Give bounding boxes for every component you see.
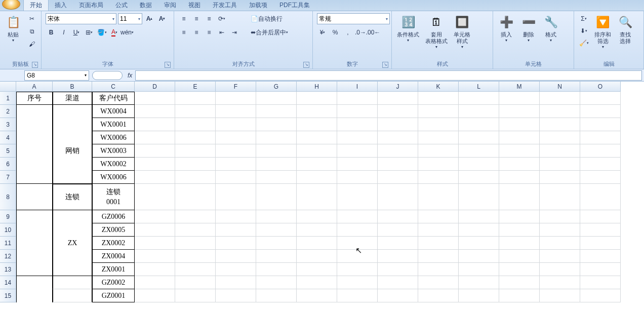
cell-E8[interactable] — [175, 184, 216, 210]
cell-M7[interactable] — [499, 171, 540, 184]
wrap-text-button[interactable]: 📄 自动换行 — [248, 13, 285, 24]
cell-N14[interactable] — [540, 276, 580, 289]
insert-cells-button[interactable]: ➕插入▾ — [495, 12, 517, 45]
cell-I5[interactable] — [337, 144, 378, 158]
number-format-combo[interactable]: 常规▾ — [317, 13, 390, 24]
cell-F12[interactable] — [216, 250, 256, 263]
cell-L11[interactable] — [459, 237, 499, 250]
cell-J4[interactable] — [378, 131, 418, 144]
cell-G1[interactable] — [256, 92, 297, 105]
cell-C13[interactable]: ZX0001 — [92, 263, 135, 276]
cell-I15[interactable] — [337, 289, 378, 302]
cell-G5[interactable] — [256, 144, 297, 158]
cell-O6[interactable] — [580, 158, 621, 171]
cell-N7[interactable] — [540, 171, 580, 184]
cell-N13[interactable] — [540, 263, 580, 276]
cell-J12[interactable] — [378, 250, 418, 263]
cell-A10[interactable] — [16, 223, 53, 237]
cell-O9[interactable] — [580, 210, 621, 223]
cell-J14[interactable] — [378, 276, 418, 289]
cell-F13[interactable] — [216, 263, 256, 276]
cell-F15[interactable] — [216, 289, 256, 302]
cell-E12[interactable] — [175, 250, 216, 263]
fill-button[interactable]: ⬇▾ — [578, 25, 589, 36]
cell-O13[interactable] — [580, 263, 621, 276]
cell-J8[interactable] — [378, 184, 418, 210]
cell-D8[interactable] — [135, 184, 175, 210]
merge-center-button[interactable]: ⬌ 合并后居中 ▾ — [248, 27, 291, 38]
row-header-2[interactable]: 2 — [0, 105, 16, 118]
cell-C1[interactable]: 客户代码 — [92, 92, 135, 105]
find-select-button[interactable]: 🔍查找 选择 — [614, 12, 636, 47]
sort-filter-button[interactable]: 🔽排序和 筛选▾ — [591, 12, 614, 51]
cell-N4[interactable] — [540, 131, 580, 144]
font-launcher[interactable]: ↘ — [165, 62, 171, 68]
cell-D2[interactable] — [135, 105, 175, 118]
comma-button[interactable]: , — [342, 27, 353, 38]
cell-D11[interactable] — [135, 237, 175, 250]
col-header-N[interactable]: N — [540, 82, 580, 92]
cell-E9[interactable] — [175, 210, 216, 223]
tab-dev[interactable]: 开发工具 — [207, 0, 243, 11]
cell-M14[interactable] — [499, 276, 540, 289]
cell-F5[interactable] — [216, 144, 256, 158]
cell-C6[interactable]: WX0002 — [92, 158, 135, 171]
cell-G14[interactable] — [256, 276, 297, 289]
fill-color-button[interactable]: 🪣▾ — [96, 27, 107, 38]
cell-E5[interactable] — [175, 144, 216, 158]
cell-I12[interactable] — [337, 250, 378, 263]
cell-N8[interactable] — [540, 184, 580, 210]
copy-button[interactable]: ⧉ — [26, 26, 37, 37]
col-header-A[interactable]: A — [16, 82, 53, 92]
col-header-M[interactable]: M — [499, 82, 540, 92]
cell-A4[interactable] — [16, 131, 53, 144]
autosum-button[interactable]: Σ▾ — [578, 13, 589, 24]
cell-I8[interactable] — [337, 184, 378, 210]
cell-B8[interactable]: 连锁 — [53, 184, 92, 210]
cell-H14[interactable] — [297, 276, 337, 289]
cell-F1[interactable] — [216, 92, 256, 105]
cell-D4[interactable] — [135, 131, 175, 144]
cell-C4[interactable]: WX0006 — [92, 131, 135, 144]
cell-O3[interactable] — [580, 118, 621, 131]
cell-E15[interactable] — [175, 289, 216, 302]
cell-I7[interactable] — [337, 171, 378, 184]
align-bottom-button[interactable]: ≡ — [204, 13, 215, 24]
formula-bar[interactable] — [135, 70, 642, 81]
cell-D7[interactable] — [135, 171, 175, 184]
row-header-4[interactable]: 4 — [0, 131, 16, 144]
percent-button[interactable]: % — [330, 27, 341, 38]
cond-format-button[interactable]: 🔢条件格式▾ — [394, 12, 422, 45]
cell-M12[interactable] — [499, 250, 540, 263]
cell-F9[interactable] — [216, 210, 256, 223]
cell-C8[interactable]: 连锁0001 — [92, 184, 135, 210]
cell-N15[interactable] — [540, 289, 580, 302]
cell-O7[interactable] — [580, 171, 621, 184]
cell-N5[interactable] — [540, 144, 580, 158]
orientation-button[interactable]: ⟳▾ — [216, 13, 227, 24]
cell-F2[interactable] — [216, 105, 256, 118]
cell-F8[interactable] — [216, 184, 256, 210]
cell-F6[interactable] — [216, 158, 256, 171]
cell-E2[interactable] — [175, 105, 216, 118]
cell-A12[interactable] — [16, 250, 53, 263]
cell-I2[interactable] — [337, 105, 378, 118]
clipboard-launcher[interactable]: ↘ — [32, 62, 38, 68]
indent-decrease-button[interactable]: ⇤ — [216, 27, 227, 38]
decrease-decimal-button[interactable]: .00← — [368, 27, 379, 38]
indent-increase-button[interactable]: ⇥ — [229, 27, 240, 38]
cell-F10[interactable] — [216, 223, 256, 237]
cut-button[interactable]: ✂ — [26, 13, 37, 24]
cell-B12[interactable] — [53, 250, 92, 263]
cell-H13[interactable] — [297, 263, 337, 276]
cell-K2[interactable] — [418, 105, 459, 118]
cell-J1[interactable] — [378, 92, 418, 105]
cell-K12[interactable] — [418, 250, 459, 263]
cell-H4[interactable] — [297, 131, 337, 144]
delete-cells-button[interactable]: ➖删除▾ — [517, 12, 540, 45]
cell-K10[interactable] — [418, 223, 459, 237]
cell-L15[interactable] — [459, 289, 499, 302]
cell-G8[interactable] — [256, 184, 297, 210]
cell-G11[interactable] — [256, 237, 297, 250]
select-all-corner[interactable] — [0, 82, 16, 92]
